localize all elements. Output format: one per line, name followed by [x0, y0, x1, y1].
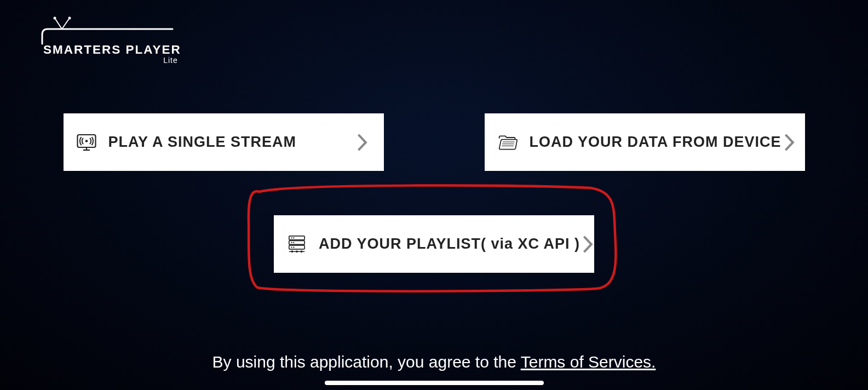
- svg-point-15: [293, 237, 294, 238]
- app-logo: SMARTERS PLAYER Lite: [41, 16, 179, 65]
- tv-icon: [41, 16, 178, 45]
- app-sub: Lite: [163, 56, 178, 65]
- load-from-device-button[interactable]: LOAD YOUR DATA FROM DEVICE: [485, 113, 805, 171]
- svg-point-14: [291, 237, 292, 238]
- chevron-right-icon: [580, 236, 596, 253]
- svg-line-0: [55, 18, 62, 29]
- terms-prefix: By using this application, you agree to …: [212, 353, 521, 371]
- home-indicator[interactable]: [325, 381, 544, 385]
- option-label: LOAD YOUR DATA FROM DEVICE: [530, 134, 781, 151]
- svg-point-7: [85, 140, 88, 142]
- option-label: ADD YOUR PLAYLIST( via XC API ): [319, 236, 580, 253]
- svg-point-3: [68, 17, 71, 20]
- svg-point-19: [293, 246, 294, 248]
- option-row-center: ADD YOUR PLAYLIST( via XC API ): [0, 215, 868, 273]
- svg-point-17: [293, 242, 294, 243]
- svg-point-18: [291, 246, 292, 248]
- svg-line-1: [62, 18, 70, 29]
- chevron-right-icon: [354, 134, 371, 151]
- broadcast-monitor-icon: [77, 133, 96, 152]
- svg-point-22: [296, 250, 298, 253]
- svg-point-23: [301, 250, 303, 253]
- svg-point-16: [291, 242, 292, 243]
- svg-point-2: [54, 17, 56, 20]
- add-playlist-xc-api-button[interactable]: ADD YOUR PLAYLIST( via XC API ): [274, 215, 594, 273]
- option-label: PLAY A SINGLE STREAM: [108, 134, 354, 151]
- server-stack-icon: [287, 234, 307, 254]
- terms-footer: By using this application, you agree to …: [0, 353, 868, 371]
- chevron-right-icon: [781, 134, 798, 151]
- play-single-stream-button[interactable]: PLAY A SINGLE STREAM: [64, 113, 384, 171]
- app-name: SMARTERS PLAYER: [43, 43, 181, 57]
- terms-of-services-link[interactable]: Terms of Services.: [521, 353, 656, 371]
- svg-point-21: [291, 250, 294, 253]
- folder-open-icon: [498, 133, 518, 152]
- option-row-top: PLAY A SINGLE STREAM LOAD YOUR DATA FROM…: [0, 113, 868, 171]
